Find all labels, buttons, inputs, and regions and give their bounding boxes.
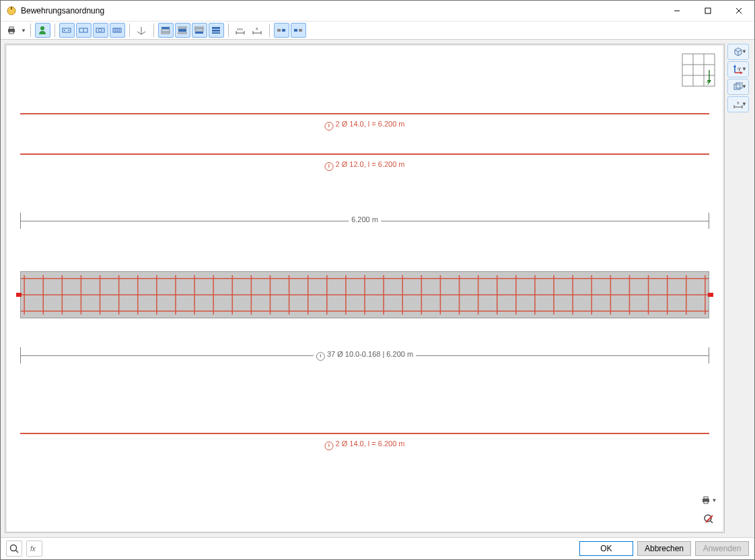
footer: fx OK Abbrechen Anwenden <box>1 537 754 559</box>
span-dim-label: 6.200 m <box>349 215 381 223</box>
beam-end-marker-right <box>708 293 713 297</box>
rebar-bottom-line <box>20 433 709 434</box>
beam <box>20 271 709 318</box>
svg-rect-43 <box>277 29 281 32</box>
canvas-zoom-out-button[interactable] <box>698 511 719 527</box>
canvas-print-button[interactable]: ▼ <box>698 492 719 508</box>
info-icon: i <box>324 162 333 171</box>
svg-point-12 <box>68 30 69 31</box>
svg-rect-10 <box>63 28 71 32</box>
svg-rect-44 <box>282 29 285 32</box>
window-title: Bewehrungsanordnung <box>21 6 661 15</box>
dim-x-button[interactable]: x <box>250 23 265 38</box>
cancel-button[interactable]: Abbrechen <box>637 541 691 556</box>
svg-rect-45 <box>294 29 297 32</box>
layer-top-button[interactable] <box>158 23 174 38</box>
layer-all-button[interactable] <box>209 23 224 38</box>
svg-rect-95 <box>704 497 708 499</box>
svg-rect-23 <box>161 27 170 29</box>
svg-text:x: x <box>256 26 258 31</box>
axis-select-button[interactable]: -y ▼ <box>727 61 749 77</box>
svg-rect-34 <box>212 32 220 34</box>
title-bar: Bewehrungsanordnung <box>1 1 754 22</box>
stirrup-label: i37 Ø 10.0-0.168 | 6.200 m <box>314 350 416 360</box>
info-icon: i <box>316 352 325 361</box>
svg-point-111 <box>11 545 17 551</box>
svg-rect-28 <box>178 32 186 34</box>
close-button[interactable] <box>723 1 754 21</box>
svg-text:x: x <box>737 100 740 105</box>
svg-rect-25 <box>161 32 170 34</box>
view-span-1-button[interactable] <box>59 23 75 38</box>
print-button[interactable] <box>3 23 19 38</box>
maximize-button[interactable] <box>692 1 723 21</box>
svg-rect-7 <box>9 27 13 29</box>
apply-button[interactable]: Anwenden <box>695 541 749 556</box>
view-span-2-button[interactable] <box>76 23 92 38</box>
svg-rect-15 <box>96 28 104 32</box>
axes-button[interactable] <box>134 23 149 38</box>
help-button[interactable] <box>6 540 22 557</box>
svg-rect-3 <box>705 8 711 13</box>
svg-rect-1 <box>11 7 12 9</box>
svg-line-21 <box>137 32 141 34</box>
scale-button[interactable]: x ▼ <box>727 96 749 112</box>
svg-rect-96 <box>704 501 708 503</box>
svg-rect-26 <box>178 27 186 28</box>
svg-rect-24 <box>161 30 170 32</box>
workspace: -y i2 Ø 14.0, l = 6.200 m i2 Ø 12.0, l = <box>1 40 754 537</box>
svg-point-11 <box>64 30 65 31</box>
minimize-button[interactable] <box>661 1 692 21</box>
svg-rect-30 <box>195 29 203 31</box>
canvas-frame: -y i2 Ø 14.0, l = 6.200 m i2 Ø 12.0, l = <box>5 44 725 533</box>
layer-bot-button[interactable] <box>192 23 207 38</box>
rebar-top-1-label: i2 Ø 14.0, l = 6.200 m <box>324 120 404 130</box>
svg-line-98 <box>711 521 713 523</box>
svg-rect-8 <box>9 32 13 34</box>
formula-button[interactable]: fx <box>26 540 42 557</box>
svg-marker-101 <box>733 65 736 67</box>
info-icon: i <box>324 442 333 450</box>
splice-1-button[interactable] <box>274 23 289 38</box>
svg-rect-27 <box>178 29 186 32</box>
splice-2-button[interactable] <box>291 23 306 38</box>
svg-rect-32 <box>212 27 220 29</box>
svg-text:fx: fx <box>30 545 36 553</box>
svg-point-9 <box>40 26 44 30</box>
ok-button[interactable]: OK <box>579 541 633 556</box>
main-toolbar: ▼ xxx x <box>1 22 754 40</box>
layer-mid-button[interactable] <box>175 23 190 38</box>
app-icon <box>6 5 17 16</box>
svg-rect-33 <box>212 30 220 32</box>
nav-cube[interactable]: -y <box>680 51 717 89</box>
drawing-canvas[interactable]: -y i2 Ø 14.0, l = 6.200 m i2 Ø 12.0, l = <box>7 46 723 531</box>
info-icon: i <box>324 122 333 131</box>
svg-rect-31 <box>195 32 203 34</box>
svg-text:-y: -y <box>737 66 741 71</box>
svg-rect-46 <box>299 29 302 32</box>
view-span-3-button[interactable] <box>93 23 108 38</box>
svg-rect-105 <box>734 84 740 90</box>
print-dropdown-icon[interactable]: ▼ <box>21 28 26 34</box>
svg-rect-29 <box>195 27 203 28</box>
rebar-bottom-label: i2 Ø 14.0, l = 6.200 m <box>324 440 404 450</box>
svg-line-22 <box>141 32 145 34</box>
view-span-4-button[interactable] <box>110 23 125 38</box>
rebar-top-1-line <box>20 113 709 114</box>
view-3d-button[interactable]: ▼ <box>727 44 749 60</box>
rebar-top-2-line <box>20 153 709 155</box>
view-person-button[interactable] <box>35 23 50 38</box>
dim-xxx-button[interactable]: xxx <box>233 23 248 38</box>
svg-line-112 <box>16 551 19 553</box>
section-button[interactable]: ▼ <box>727 79 749 95</box>
rebar-top-2-label: i2 Ø 12.0, l = 6.200 m <box>324 160 404 170</box>
right-toolbar: ▼ -y ▼ ▼ x ▼ <box>725 44 750 533</box>
svg-text:xxx: xxx <box>237 27 243 31</box>
beam-end-marker-left <box>16 293 22 297</box>
